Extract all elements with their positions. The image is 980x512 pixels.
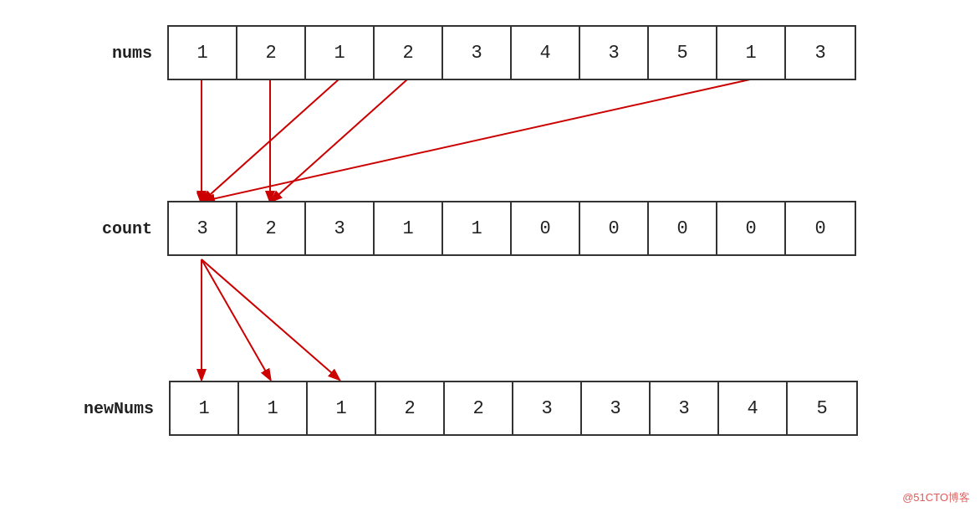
nums-label: nums [84,44,167,63]
svg-line-7 [202,259,270,379]
nums-cell-3: 2 [375,27,443,79]
nums-cell-1: 2 [237,27,306,79]
newnums-cell-3: 2 [376,382,445,434]
watermark: @51CTO博客 [902,490,970,505]
newnums-cell-8: 4 [719,382,788,434]
count-cell-6: 0 [580,202,649,254]
svg-line-2 [203,79,339,201]
newnums-cell-1: 1 [239,382,308,434]
count-cell-4: 1 [443,202,512,254]
count-cell-5: 0 [512,202,580,254]
count-cell-1: 2 [237,202,306,254]
svg-line-3 [205,79,750,201]
newnums-row: newNums 1 1 1 2 2 3 3 3 4 5 [84,381,858,436]
nums-cell-8: 1 [717,27,786,79]
count-cell-8: 0 [717,202,786,254]
count-row: count 3 2 3 1 1 0 0 0 0 0 [84,201,856,256]
count-cell-7: 0 [649,202,717,254]
svg-line-8 [202,259,339,379]
nums-cells: 1 2 1 2 3 4 3 5 1 3 [167,25,856,80]
nums-cell-2: 1 [306,27,375,79]
svg-line-5 [272,79,407,201]
newnums-cell-7: 3 [651,382,719,434]
count-cell-2: 3 [306,202,375,254]
newnums-cell-0: 1 [171,382,239,434]
count-cells: 3 2 3 1 1 0 0 0 0 0 [167,201,856,256]
nums-cell-4: 3 [443,27,512,79]
newnums-cell-9: 5 [788,382,856,434]
nums-cell-5: 4 [512,27,580,79]
newnums-cell-4: 2 [445,382,513,434]
nums-cell-6: 3 [580,27,649,79]
newnums-label: newNums [84,399,169,418]
count-cell-9: 0 [786,202,855,254]
nums-cell-7: 5 [649,27,717,79]
newnums-cells: 1 1 1 2 2 3 3 3 4 5 [169,381,858,436]
count-cell-0: 3 [169,202,237,254]
count-label: count [84,219,167,238]
nums-cell-0: 1 [169,27,237,79]
newnums-cell-2: 1 [308,382,376,434]
nums-cell-9: 3 [786,27,855,79]
main-container: nums 1 2 1 2 3 4 3 5 1 3 count 3 2 3 1 1… [0,0,980,512]
nums-row: nums 1 2 1 2 3 4 3 5 1 3 [84,25,856,80]
newnums-cell-6: 3 [582,382,651,434]
newnums-cell-5: 3 [513,382,582,434]
count-cell-3: 1 [375,202,443,254]
